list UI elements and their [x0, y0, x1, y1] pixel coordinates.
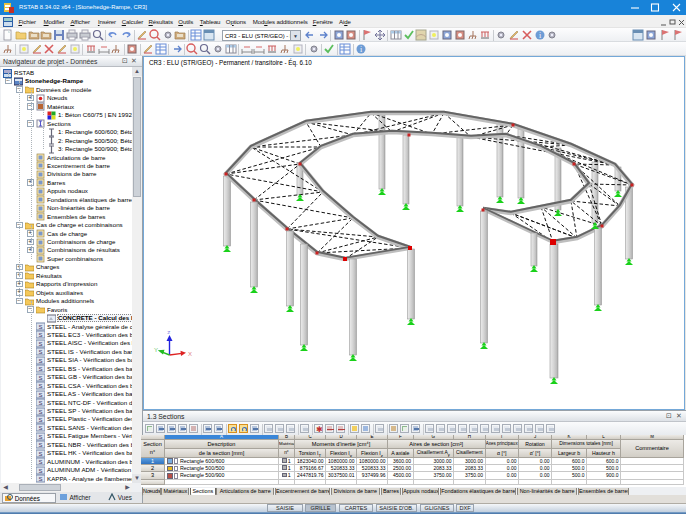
svg-text:z: z — [167, 329, 171, 336]
svg-text:S: S — [38, 349, 42, 355]
svg-text:S: S — [38, 392, 42, 398]
svg-text:S: S — [38, 425, 42, 431]
svg-text:S: S — [38, 476, 42, 482]
svg-text:S: S — [38, 324, 42, 330]
svg-text:S: S — [38, 434, 42, 440]
svg-text:S: S — [38, 442, 42, 448]
svg-text:S: S — [38, 451, 42, 457]
svg-text:S: S — [38, 459, 42, 465]
svg-text:S: S — [38, 383, 42, 389]
svg-text:X: X — [188, 351, 192, 357]
svg-text:S: S — [38, 400, 42, 406]
svg-text:S: S — [38, 417, 42, 423]
svg-text:S: S — [38, 375, 42, 381]
svg-text:S: S — [38, 366, 42, 372]
svg-text:S: S — [38, 332, 42, 338]
svg-text:S: S — [38, 358, 42, 364]
svg-text:Y: Y — [154, 347, 158, 353]
svg-text:S: S — [38, 468, 42, 474]
svg-text:S: S — [38, 341, 42, 347]
svg-text:S: S — [38, 409, 42, 415]
